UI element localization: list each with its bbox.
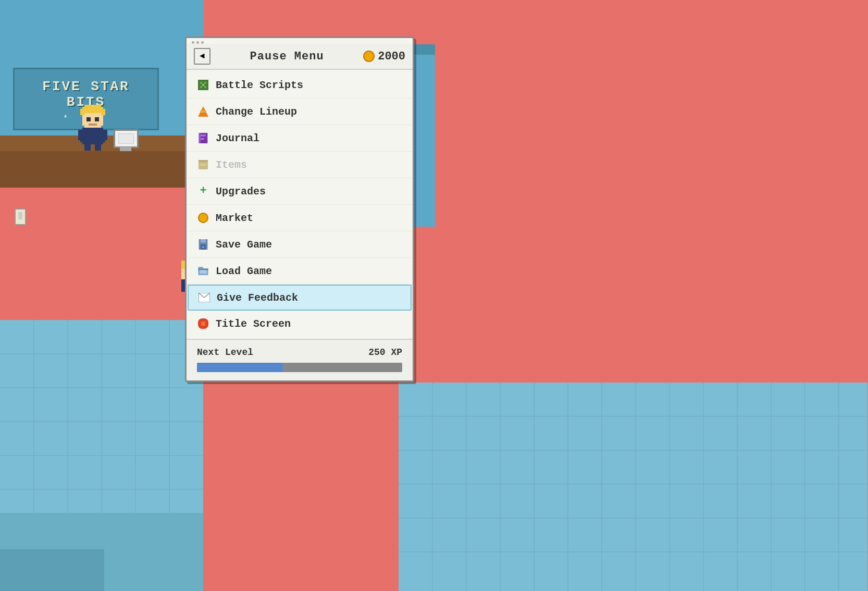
svg-rect-57 [201, 134, 206, 136]
load-game-label: Load Game [216, 265, 272, 277]
title-screen-label: Title Screen [216, 318, 291, 330]
upgrades-label: Upgrades [216, 186, 266, 198]
menu-title: Pause Menu [250, 50, 324, 63]
svg-rect-49 [204, 82, 206, 84]
xp-value: 250 XP [368, 347, 402, 358]
coin-icon [363, 51, 375, 62]
computer-stand [120, 147, 131, 151]
svg-rect-23 [103, 130, 107, 140]
svg-rect-19 [89, 124, 97, 126]
pause-menu-window: ◄ Pause Menu 2000 Battle Scripts [185, 36, 414, 382]
save-game-icon [197, 238, 209, 251]
items-icon-svg [199, 160, 208, 169]
market-icon [197, 212, 209, 224]
titlebar-dots [187, 38, 413, 44]
market-label: Market [216, 212, 253, 224]
floor-tiles [0, 320, 203, 591]
svg-rect-51 [200, 86, 202, 88]
menu-item-journal[interactable]: Journal [187, 125, 413, 152]
menu-item-items: Items [187, 152, 413, 178]
battle-scripts-label: Battle Scripts [216, 79, 303, 91]
dot-3 [201, 41, 204, 44]
xp-bar-background [197, 363, 402, 372]
save-game-label: Save Game [216, 239, 272, 251]
menu-item-battle-scripts[interactable]: Battle Scripts [187, 72, 413, 98]
svg-rect-18 [95, 117, 99, 121]
svg-rect-54 [200, 110, 206, 113]
computer-screen [114, 129, 139, 148]
xp-section: Next Level 250 XP [187, 339, 413, 380]
menu-item-save-game[interactable]: Save Game [187, 231, 413, 258]
light-switch [15, 208, 26, 225]
svg-rect-61 [201, 164, 206, 166]
upgrades-plus: + [200, 186, 206, 197]
journal-icon [197, 132, 209, 144]
svg-rect-50 [202, 84, 204, 86]
svg-rect-60 [199, 160, 208, 162]
give-feedback-label: Give Feedback [217, 292, 298, 304]
character [78, 104, 107, 151]
journal-icon-svg [199, 133, 208, 143]
journal-label: Journal [216, 132, 259, 144]
title-content: Pause Menu [210, 50, 363, 63]
give-feedback-icon [198, 291, 210, 304]
svg-rect-52 [204, 86, 206, 88]
svg-rect-65 [202, 246, 204, 248]
game-background: FIVE STAR BITS ★ ★ ★ [0, 0, 868, 591]
shop-name-line1: FIVE STAR [42, 79, 129, 94]
svg-rect-21 [80, 130, 105, 142]
items-label: Items [216, 159, 247, 171]
svg-rect-24 [84, 144, 91, 151]
xp-label: Next Level [197, 347, 253, 358]
feedback-icon-svg [199, 293, 210, 302]
menu-item-market[interactable]: Market [187, 205, 413, 231]
items-icon [197, 158, 209, 171]
right-floor-grid [399, 383, 867, 591]
svg-rect-48 [200, 82, 202, 84]
dot-2 [196, 41, 199, 44]
market-coin-icon [198, 213, 208, 223]
svg-rect-17 [86, 117, 91, 121]
xp-header: Next Level 250 XP [197, 347, 402, 358]
load-game-icon [197, 265, 209, 277]
menu-item-load-game[interactable]: Load Game [187, 258, 413, 285]
svg-rect-74 [201, 322, 205, 326]
svg-rect-22 [78, 130, 82, 140]
svg-rect-25 [95, 144, 101, 151]
save-icon-svg [199, 239, 208, 250]
coin-amount: 2000 [378, 50, 405, 63]
menu-item-give-feedback[interactable]: Give Feedback [188, 285, 412, 311]
svg-rect-58 [201, 138, 204, 140]
svg-rect-69 [200, 270, 207, 273]
svg-rect-56 [199, 133, 201, 143]
upgrades-icon: + [197, 185, 209, 198]
menu-item-change-lineup[interactable]: Change Lineup [187, 98, 413, 125]
title-screen-icon-svg [198, 318, 208, 329]
load-icon-svg [198, 267, 208, 275]
xp-bar-fill [197, 363, 283, 372]
change-lineup-icon [197, 105, 209, 118]
menu-item-title-screen[interactable]: Title Screen [187, 311, 413, 337]
dot-1 [192, 41, 194, 44]
menu-titlebar: ◄ Pause Menu 2000 [187, 44, 413, 70]
menu-item-upgrades[interactable]: + Upgrades [187, 178, 413, 205]
right-floor [399, 383, 867, 591]
battle-scripts-icon [197, 79, 209, 91]
battle-icon-svg [198, 80, 208, 90]
menu-items-list: Battle Scripts Change Lineup [187, 70, 413, 339]
back-button[interactable]: ◄ [194, 48, 210, 65]
svg-rect-63 [201, 239, 206, 243]
shop-counter [0, 149, 203, 188]
coin-display: 2000 [363, 50, 405, 63]
lineup-icon-svg [198, 106, 208, 117]
change-lineup-label: Change Lineup [216, 106, 297, 118]
svg-rect-68 [198, 268, 208, 270]
character-svg [78, 104, 107, 151]
title-screen-icon [197, 317, 209, 330]
